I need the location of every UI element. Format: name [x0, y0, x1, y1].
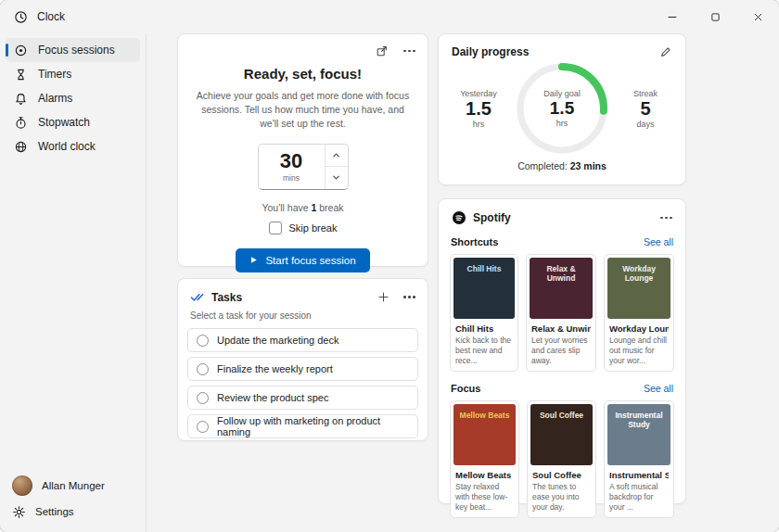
spotify-card: Spotify Shortcuts See all Chill Hits Chi…: [438, 198, 686, 504]
focus-see-all-link[interactable]: See all: [644, 383, 673, 394]
playlist-art: Workday Lounge: [607, 258, 670, 319]
spotify-logo-icon: [452, 210, 466, 225]
task-label: Finalize the weekly report: [217, 363, 333, 374]
playlist-card[interactable]: Soul Coffee Soul Coffee The tunes to eas…: [527, 400, 596, 518]
playlist-card[interactable]: Instrumental Study Instrumental Study A …: [604, 400, 674, 518]
shortcuts-see-all-link[interactable]: See all: [644, 236, 673, 247]
world-clock-icon: [14, 140, 28, 154]
focus-section-title: Focus: [451, 383, 480, 394]
progress-ring: Daily goal 1.5 hrs: [512, 58, 612, 158]
streak-stat: Streak 5 days: [619, 89, 672, 129]
playlist-art: Relax & Unwind: [530, 258, 593, 319]
playlist-art: Soul Coffee: [530, 404, 593, 465]
yesterday-value: 1.5: [452, 98, 505, 120]
popout-icon[interactable]: [376, 44, 389, 57]
sidebar-item-stopwatch[interactable]: Stopwatch: [6, 110, 140, 134]
settings-label: Settings: [35, 506, 74, 517]
close-button[interactable]: [736, 0, 779, 33]
chevron-down-icon: [332, 173, 340, 182]
task-row[interactable]: Review the product spec: [187, 386, 418, 410]
task-radio[interactable]: [197, 363, 209, 375]
spotify-title: Spotify: [473, 211, 511, 224]
playlist-art-label: Workday Lounge: [609, 264, 669, 283]
clock-app-icon: [14, 10, 28, 24]
add-task-icon[interactable]: [377, 291, 390, 303]
playlist-card[interactable]: Mellow Beats Mellow Beats Stay relaxed w…: [450, 400, 519, 518]
task-label: Update the marketing deck: [217, 335, 338, 346]
task-label: Review the product spec: [217, 392, 328, 403]
sidebar-item-label: Stopwatch: [38, 116, 90, 129]
tasks-check-icon: [190, 290, 204, 304]
edit-pencil-icon[interactable]: [659, 45, 672, 58]
playlist-card[interactable]: Relax & Unwind Relax & Unwind Let your w…: [526, 254, 596, 372]
playlist-title: Instrumental Study: [609, 470, 669, 480]
playlist-description: Lounge and chill out music for your wor.…: [609, 336, 669, 366]
start-focus-session-button[interactable]: Start focus session: [236, 248, 369, 272]
playlist-card[interactable]: Chill Hits Chill Hits Kick back to the b…: [450, 254, 518, 372]
shortcuts-section-title: Shortcuts: [451, 236, 498, 247]
clock-app-window: Clock Focus sessions Timers Alarms Stopw…: [0, 0, 779, 532]
skip-break-checkbox[interactable]: [269, 222, 282, 234]
playlist-description: Kick back to the best new and rece...: [455, 336, 513, 366]
sidebar-item-label: World clock: [38, 140, 96, 153]
playlist-description: Let your worries and cares slip away.: [531, 336, 591, 366]
break-info: You'll have 1 break: [178, 202, 428, 213]
playlist-description: The tunes to ease you into your day.: [532, 482, 591, 513]
playlist-title: Soul Coffee: [532, 470, 591, 480]
playlist-title: Relax & Unwind: [531, 323, 591, 334]
main-content: Ready, set, focus! Achieve your goals an…: [147, 33, 779, 532]
user-name: Allan Munger: [42, 480, 105, 491]
playlist-art-label: Chill Hits: [455, 264, 513, 273]
spinner-increase-button[interactable]: [326, 145, 348, 168]
playlist-art: Instrumental Study: [607, 404, 670, 465]
sidebar-item-world-clock[interactable]: World clock: [6, 134, 140, 158]
title-bar: Clock: [0, 0, 779, 33]
playlist-art: Chill Hits: [453, 258, 515, 319]
stopwatch-icon: [14, 116, 28, 130]
task-row[interactable]: Update the marketing deck: [187, 328, 418, 352]
minimize-button[interactable]: [651, 0, 694, 33]
sidebar-item-label: Timers: [38, 68, 71, 81]
playlist-title: Chill Hits: [455, 323, 513, 334]
completed-info: Completed: 23 mins: [439, 160, 685, 171]
spotify-more-options-icon[interactable]: [660, 217, 672, 220]
alarms-icon: [14, 92, 28, 106]
focus-playlist-row: Mellow Beats Mellow Beats Stay relaxed w…: [439, 400, 685, 518]
minutes-value-box[interactable]: 30 mins: [259, 145, 325, 189]
tasks-more-options-icon[interactable]: [403, 296, 415, 298]
focus-title: Ready, set, focus!: [178, 66, 428, 82]
timers-icon: [14, 68, 28, 82]
chevron-up-icon: [332, 151, 340, 159]
playlist-art: Mellow Beats: [453, 404, 516, 465]
minutes-value[interactable]: 30: [280, 151, 302, 171]
sidebar-item-focus-sessions[interactable]: Focus sessions: [6, 38, 140, 62]
sidebar-item-settings[interactable]: Settings: [6, 499, 140, 525]
daily-progress-title: Daily progress: [452, 45, 529, 58]
playlist-card[interactable]: Workday Lounge Workday Lounge Lounge and…: [604, 254, 674, 372]
sidebar-item-timers[interactable]: Timers: [6, 62, 140, 86]
daily-goal-unit: hrs: [556, 119, 568, 128]
user-profile[interactable]: Allan Munger: [6, 473, 140, 499]
avatar: [12, 475, 32, 496]
focus-sessions-icon: [14, 44, 28, 57]
playlist-description: A soft musical backdrop for your ...: [609, 482, 669, 513]
sidebar-item-alarms[interactable]: Alarms: [6, 86, 140, 110]
more-options-icon[interactable]: [403, 50, 415, 53]
sidebar: Focus sessions Timers Alarms Stopwatch W…: [0, 33, 147, 532]
window-controls: [651, 0, 779, 33]
task-radio[interactable]: [197, 335, 209, 347]
task-radio[interactable]: [197, 421, 209, 433]
playlist-art-label: Instrumental Study: [609, 411, 669, 429]
tasks-subtitle: Select a task for your session: [178, 304, 428, 328]
spinner-decrease-button[interactable]: [326, 167, 348, 189]
start-button-label: Start focus session: [265, 255, 355, 266]
daily-goal-label: Daily goal: [543, 89, 581, 98]
playlist-description: Stay relaxed with these low-key beat...: [455, 482, 514, 513]
maximize-button[interactable]: [694, 0, 736, 33]
skip-break-label: Skip break: [289, 222, 338, 234]
task-radio[interactable]: [197, 392, 209, 404]
task-row[interactable]: Finalize the weekly report: [187, 357, 418, 381]
task-row[interactable]: Follow up with marketing on product nami…: [187, 414, 418, 438]
play-icon: [249, 256, 258, 264]
streak-value: 5: [619, 98, 672, 120]
